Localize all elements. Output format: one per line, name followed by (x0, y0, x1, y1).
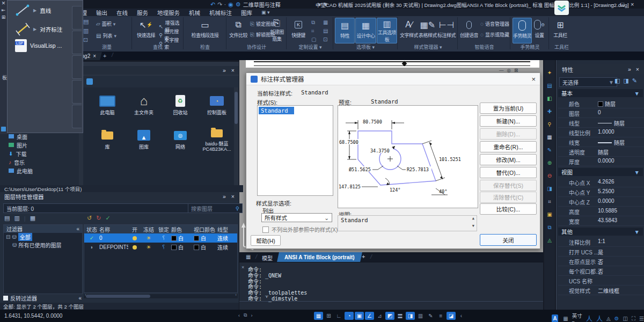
snap-toggle-icon[interactable]: ⊞ (324, 312, 333, 320)
assistant-icon[interactable]: 人 (586, 314, 592, 322)
workspace-toggle-icon[interactable]: ◪ (447, 312, 456, 320)
ortho-toggle-icon[interactable]: ∟ (334, 312, 343, 320)
tree-item-music[interactable]: ♪音乐 (0, 158, 82, 166)
unlock-icon[interactable]: ⸮ (156, 243, 171, 252)
close-icon[interactable]: × (631, 1, 634, 8)
prop-row-linetype[interactable]: 线型随层 (558, 118, 644, 128)
new-style-button[interactable]: 新建(N)... (480, 115, 537, 127)
undo-icon[interactable]: ↶ (210, 1, 215, 8)
compare-button[interactable]: 比较(C)... (480, 203, 537, 215)
dim-style-button[interactable]: ⊢⊣ 标注样式 (437, 18, 456, 42)
explorer-item-recycle-bin[interactable]: ♻ 回收站 (163, 93, 197, 116)
design-center-button[interactable]: ▦ 设计中心 (355, 18, 376, 43)
explorer-item-baidu[interactable]: baidu-魅蓝 PC4B23KA... (200, 125, 234, 152)
new-doc-tab-button[interactable]: + (103, 53, 106, 59)
side-toolbar-icon[interactable]: ◨ (546, 185, 554, 193)
selection-dropdown[interactable]: 无选择▼ (559, 77, 617, 87)
scale-list-icon[interactable]: ▦ (563, 316, 568, 321)
side-toolbar-icon[interactable]: ▣ (546, 210, 554, 218)
properties-palette-button[interactable]: ▤ 特性 (335, 18, 355, 43)
style-listbox[interactable]: Standard (257, 105, 333, 196)
hotkey-button[interactable]: K 快捷键 (289, 18, 308, 42)
command-close-icon[interactable]: × (241, 265, 244, 270)
side-toolbar-icon[interactable]: ▤ (546, 82, 554, 90)
freeze-icon[interactable]: ☀ (141, 233, 156, 243)
spinner-down-icon[interactable]: ▼ (472, 224, 474, 228)
polar-toggle-icon[interactable]: ◔ (345, 312, 354, 320)
transparency-toggle-icon[interactable]: ◨ (406, 312, 415, 320)
selection-cycling-toggle-icon[interactable]: ▥ (416, 312, 425, 320)
status-menu-icon[interactable]: ☰ (639, 316, 644, 321)
annotation-a-icon[interactable]: A (552, 314, 558, 322)
tool-palettes-button[interactable]: ▥ 工具选项板 (377, 18, 397, 43)
explorer-collapse-icon[interactable]: » (223, 67, 226, 74)
side-toolbar-icon[interactable]: ⧉ (546, 223, 554, 231)
explorer-item-library[interactable]: 库 (90, 127, 125, 150)
quick-select-button[interactable]: ↖⚡ 快速选择 (134, 18, 158, 42)
toolbars-button[interactable]: ⊞ 工具栏 (551, 18, 569, 42)
new-layer-vp-icon[interactable]: ▥ (14, 215, 19, 222)
prop-row-width[interactable]: 宽度43.5843 (558, 216, 644, 226)
gear-icon[interactable]: ⚙ (236, 1, 241, 8)
palette-tab[interactable] (72, 80, 82, 104)
dynamic-ucs-toggle-icon[interactable]: ⊿ (375, 312, 384, 320)
menu-tab-mech-dim[interactable]: 机械标注 (209, 9, 232, 17)
palette-item-visuallisp[interactable]: LSP VisualLisp ... (15, 39, 62, 52)
prop-row-color[interactable]: 颜色随层 (558, 98, 644, 108)
redo-layer-icon[interactable]: ↻ (96, 215, 101, 222)
prop-row-ucs-origin[interactable]: 在原点显示 ...否 (558, 256, 644, 266)
share-icon[interactable]: ◬ (606, 316, 611, 321)
text-style-button[interactable]: A∕ 文字样式 (400, 18, 418, 42)
ribbon-collapse-icon[interactable]: ▣ ▾ (261, 10, 270, 15)
side-toolbar-icon[interactable]: ⚲ (546, 120, 554, 128)
layer-color[interactable]: 白 (171, 243, 194, 252)
prop-row-transparency[interactable]: 透明度随层 (558, 147, 644, 157)
palette-tab[interactable] (72, 31, 82, 54)
linetype[interactable]: 连续 (217, 243, 236, 252)
set-current-layer-icon[interactable]: ▦ (30, 215, 35, 222)
filter-collapse-icon[interactable]: « (76, 226, 79, 232)
assistant-icon[interactable]: 人 (596, 314, 603, 322)
explorer-scrollbar[interactable] (234, 87, 238, 185)
palette-tab[interactable] (72, 105, 82, 128)
palette-corner-icon[interactable] (1, 127, 6, 131)
otrack-toggle-icon[interactable]: ∠ (365, 312, 374, 320)
section-view[interactable]: 视图▼ (558, 168, 643, 176)
layer-close-icon[interactable]: × (231, 193, 235, 200)
side-toolbar-icon[interactable]: ✚ (546, 107, 554, 115)
explorer-item-home[interactable]: ⌂ 主文件夹 (127, 93, 161, 116)
unlock-icon[interactable]: ⸮ (156, 233, 171, 243)
spinner-up-icon[interactable]: ▲ (472, 216, 474, 221)
annotation-toggle-icon[interactable]: ✎ (426, 312, 435, 320)
rename-style-button[interactable]: 重命名(R)... (480, 141, 537, 152)
menu-tab-online[interactable]: 在线 (116, 9, 128, 17)
command-panel[interactable]: × 命令: 命令: _QNEW 命令: 命令: 命令: _toolpalette… (239, 262, 543, 310)
layer-row-0[interactable]: ✓ 0 ☀ ⸮ 白 白 连续 (84, 233, 237, 243)
prop-row-visual-style[interactable]: 视觉样式二维线框 (558, 285, 644, 295)
prop-row-center-x[interactable]: 中心点 X4.2626 (558, 177, 644, 187)
tab-ansi-a[interactable]: ANSI A Title Block (portrait) (277, 252, 362, 262)
menu-tab-library[interactable]: 图库 (241, 9, 252, 17)
lineweight-toggle-icon[interactable]: 〓 (396, 312, 405, 320)
menu-tab-output[interactable]: 输出 (96, 9, 107, 17)
side-toolbar-icon[interactable]: ✦ (546, 69, 554, 77)
layer-row-1[interactable]: ◗ DEFPOINTS ☀ ⸮ 白 白 连续 (84, 243, 237, 252)
tree-item-pictures[interactable]: 图片 (0, 141, 82, 149)
explorer-item-gallery[interactable]: ▲ 图库 (127, 127, 161, 150)
prop-row-lineweight[interactable]: 线宽随层 (558, 137, 644, 147)
prop-row-annot-scale[interactable]: 注释比例1:1 (558, 237, 644, 247)
undo-layer-icon[interactable]: ↺ (87, 215, 92, 222)
menu-tab-mech[interactable]: 机械 (189, 9, 200, 17)
list-button[interactable]: ▤列表▾ (96, 32, 116, 39)
gesture-settings-button[interactable]: ⚙ 设置 (532, 18, 547, 42)
settings-gear-icon[interactable]: ⚙ (614, 316, 619, 321)
menu-tab-geo[interactable]: 地理服务 (157, 9, 180, 17)
dynamic-input-toggle-icon[interactable]: ◩ (385, 312, 394, 320)
create-voice-button[interactable]: 创建语音 (460, 18, 478, 42)
list-filter-select[interactable]: 所有样式⌄ (261, 213, 332, 222)
prop-row-ucs-viewport[interactable]: 每个视口都...否 (558, 266, 644, 276)
file-compare-button[interactable]: ⧉ 文件比较 (228, 18, 249, 42)
maximize-icon[interactable]: □ (620, 1, 624, 8)
table-style-button[interactable]: ▦✎ 表格样式 (419, 18, 437, 42)
layer-on-icon[interactable] (128, 233, 141, 243)
